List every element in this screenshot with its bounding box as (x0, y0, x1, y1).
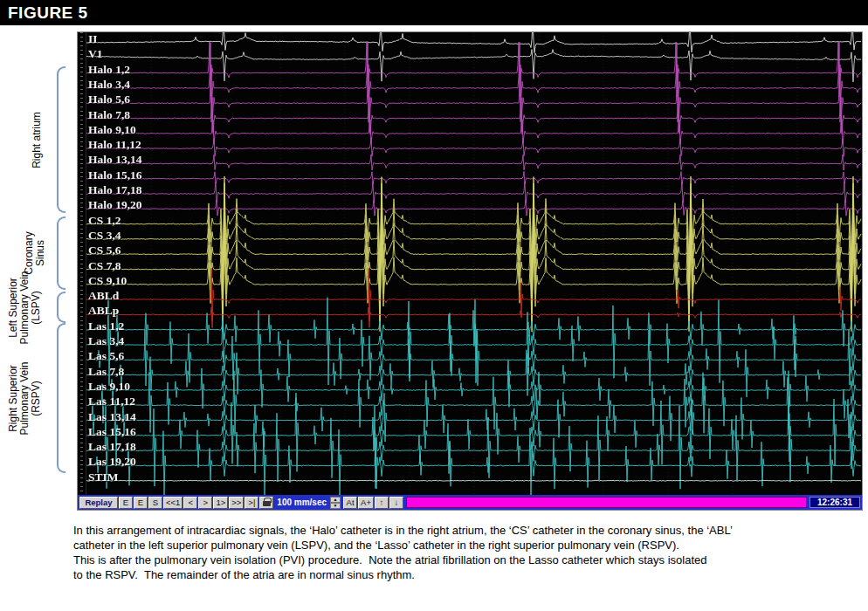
channel-label: Las 17,18 (88, 440, 136, 454)
caption-line: This is after the pulmonary vein isolati… (73, 553, 863, 567)
sweep-speed-value: 100 mm/sec (274, 498, 329, 507)
jump-one-button[interactable]: 1> (213, 497, 228, 509)
channel-label: Las 19,20 (88, 455, 136, 469)
channel-label: Halo 9,10 (88, 123, 136, 137)
channel-label: STIM (88, 470, 119, 484)
lock-button[interactable] (259, 497, 273, 509)
channel-label: Halo 7,8 (88, 108, 130, 122)
gutter: Right atriumCoronarySinusLeft SuperiorPu… (0, 0, 77, 524)
jump-end-button[interactable]: >| (245, 497, 258, 509)
channel-label: Halo 17,18 (88, 183, 142, 197)
amplitude-ruler (78, 32, 86, 495)
replay-button[interactable]: Replay (79, 497, 118, 509)
channel-label: V1 (88, 47, 103, 61)
channel-label: Las 11,12 (88, 395, 135, 408)
channel-label: Halo 3,4 (88, 78, 130, 92)
toolbar: Replay EES <<1<>1>>>>| 100 mm/sec ▲ ▼ At… (78, 495, 862, 510)
channel-label: Las 15,16 (88, 425, 136, 439)
channel-label: Las 3,4 (88, 334, 124, 348)
channel-label: Halo 13,14 (88, 153, 142, 167)
a-plus-button[interactable]: A+ (358, 497, 374, 509)
toolbar-arrow-buttons: ↑↓ (375, 497, 403, 509)
jump-start-button[interactable]: <<1 (163, 497, 183, 509)
step-back-button[interactable]: < (183, 497, 197, 509)
scroll-down-button[interactable]: ↓ (389, 497, 403, 509)
caption-line: catheter in the left superior pulmonary … (73, 538, 863, 553)
channel-label: ABLp (88, 304, 119, 318)
signal-traces-canvas (86, 32, 862, 495)
channel-label: Las 1,2 (88, 319, 124, 333)
scroll-up-button[interactable]: ↑ (375, 497, 389, 509)
caption-line: In this arrangement of intracardiac sign… (73, 523, 863, 538)
time-display: 12:26:31 (809, 497, 860, 508)
fast-forward-button[interactable]: >> (229, 497, 244, 509)
group-bracket (57, 292, 65, 323)
channel-label: Halo 19,20 (88, 198, 142, 212)
toolbar-nav-buttons: <<1<>1>>>>| (163, 497, 258, 509)
speed-spinner-up-icon[interactable]: ▲ (330, 497, 341, 503)
gutter-label: Left SuperiorPulmonary Vein(LSPV) (8, 266, 42, 348)
channel-label: Halo 15,16 (88, 168, 142, 182)
speed-spinner: ▲ ▼ (330, 497, 341, 509)
speed-spinner-down-icon[interactable]: ▼ (330, 503, 341, 509)
figure-page: { "figure": { "title": "FIGURE 5" }, "pa… (0, 0, 868, 611)
event-e2-button[interactable]: E (134, 497, 148, 509)
channel-label: CS 7,8 (88, 259, 121, 273)
event-s-button[interactable]: S (148, 497, 162, 509)
trace-area: IIV1Halo 1,2Halo 3,4Halo 5,6Halo 7,8Halo… (78, 32, 862, 495)
gutter-label: Right SuperiorPulmonary Vein(RSPV) (8, 357, 42, 439)
channel-label: Las 5,6 (88, 349, 124, 363)
step-forward-button[interactable]: > (198, 497, 212, 509)
figure-title: FIGURE 5 (0, 0, 868, 25)
group-bracket (57, 66, 65, 213)
group-bracket (57, 216, 65, 290)
event-e1-button[interactable]: E (119, 497, 133, 509)
sweep-progress-bar[interactable] (406, 497, 807, 508)
channel-label: Halo 11,12 (88, 138, 141, 152)
channel-label: Las 13,14 (88, 410, 136, 424)
channel-label: Las 7,8 (88, 365, 124, 379)
toolbar-event-buttons: EES (119, 497, 162, 509)
channel-label: CS 1,2 (88, 214, 121, 228)
caption-line: to the RSPV. The remainder of the atria … (73, 567, 863, 582)
ep-recording-panel: IIV1Halo 1,2Halo 3,4Halo 5,6Halo 7,8Halo… (77, 31, 863, 511)
channel-label: Halo 1,2 (88, 63, 130, 77)
gutter-label: Right atrium (31, 103, 43, 176)
channel-label: ABLd (88, 289, 119, 303)
at-button[interactable]: At (343, 497, 357, 509)
channel-label: Las 9,10 (88, 380, 130, 394)
caption: In this arrangement of intracardiac sign… (73, 523, 863, 582)
channel-label: II (88, 32, 98, 46)
channel-label: Halo 5,6 (88, 93, 130, 106)
channel-label: CS 9,10 (88, 274, 127, 288)
lock-icon (263, 501, 271, 506)
channel-label: CS 3,4 (88, 229, 121, 243)
channel-label: CS 5,6 (88, 244, 121, 257)
group-bracket (57, 323, 65, 473)
toolbar-amp-buttons: AtA+ (343, 497, 374, 509)
